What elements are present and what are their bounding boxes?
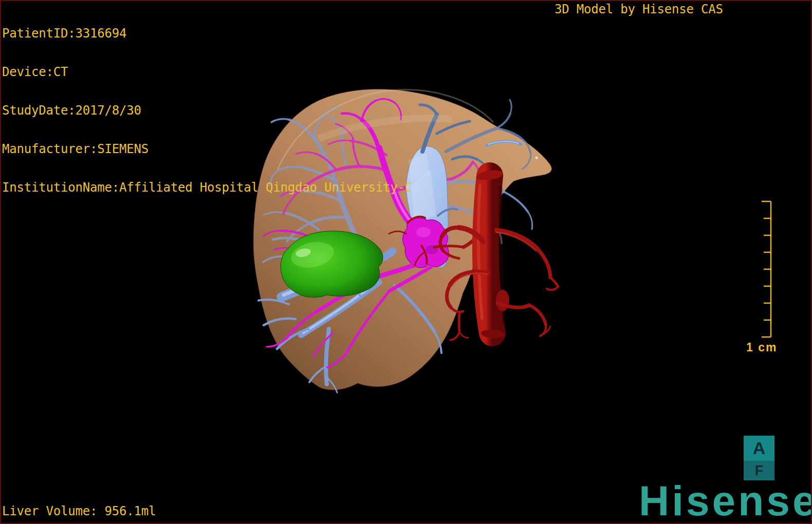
patient-id-line: PatientID:3316694 (2, 27, 412, 40)
institution-line: InstitutionName:Affiliated Hospital Qing… (2, 181, 412, 194)
orientation-cube[interactable]: A F (744, 436, 774, 480)
orientation-front-face[interactable]: A (744, 436, 774, 461)
scale-label: 1 cm (746, 341, 777, 354)
manufacturer-line: Manufacturer:SIEMENS (2, 143, 412, 156)
study-date-line: StudyDate:2017/8/30 (2, 104, 412, 117)
liver-volume-label: Liver Volume: 956.1ml (2, 504, 156, 518)
device-line: Device:CT (2, 66, 412, 79)
hisense-logo: Hisense (639, 480, 812, 522)
watermark-title: 3D Model by Hisense CAS (555, 2, 723, 16)
scale-bar: 1 cm (746, 201, 777, 354)
gallbladder (281, 231, 383, 297)
patient-info-block: PatientID:3316694 Device:CT StudyDate:20… (2, 2, 412, 207)
